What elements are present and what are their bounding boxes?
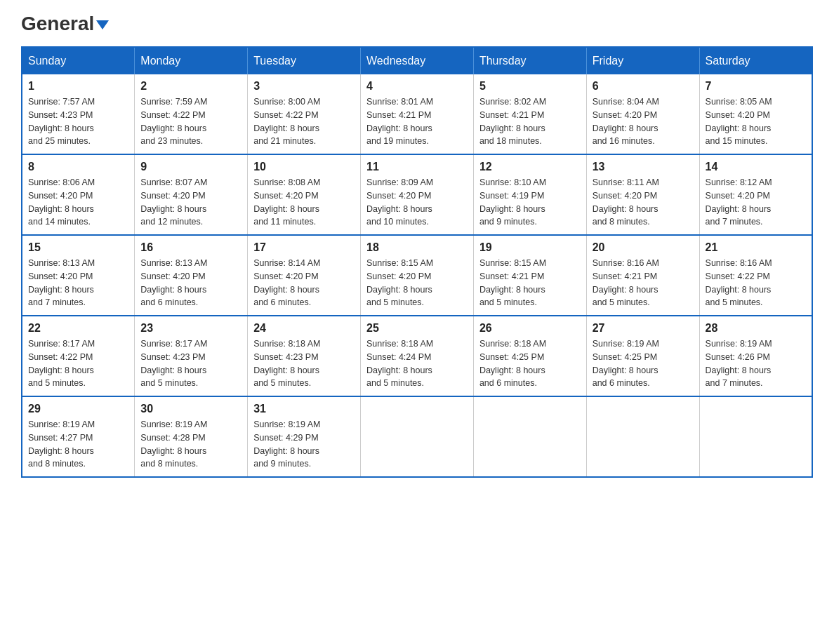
calendar-day-cell: 17 Sunrise: 8:14 AM Sunset: 4:20 PM Dayl… — [248, 235, 361, 316]
calendar-day-cell: 24 Sunrise: 8:18 AM Sunset: 4:23 PM Dayl… — [248, 316, 361, 396]
day-info: Sunrise: 8:15 AM Sunset: 4:20 PM Dayligh… — [366, 257, 468, 309]
calendar-week-row: 8 Sunrise: 8:06 AM Sunset: 4:20 PM Dayli… — [22, 154, 812, 235]
day-info: Sunrise: 8:19 AM Sunset: 4:28 PM Dayligh… — [140, 418, 241, 471]
calendar-day-cell: 26 Sunrise: 8:18 AM Sunset: 4:25 PM Dayl… — [473, 316, 586, 396]
day-number: 27 — [593, 322, 694, 335]
calendar-day-cell: 25 Sunrise: 8:18 AM Sunset: 4:24 PM Dayl… — [361, 316, 474, 396]
day-number: 18 — [366, 241, 468, 254]
day-info: Sunrise: 7:59 AM Sunset: 4:22 PM Dayligh… — [140, 95, 241, 148]
day-info: Sunrise: 8:13 AM Sunset: 4:20 PM Dayligh… — [28, 257, 128, 309]
day-number: 4 — [366, 80, 468, 93]
calendar-day-cell: 13 Sunrise: 8:11 AM Sunset: 4:20 PM Dayl… — [586, 154, 699, 235]
day-number: 25 — [366, 322, 468, 335]
day-info: Sunrise: 8:16 AM Sunset: 4:22 PM Dayligh… — [706, 257, 806, 309]
day-number: 14 — [706, 161, 806, 173]
calendar-week-row: 29 Sunrise: 8:19 AM Sunset: 4:27 PM Dayl… — [22, 396, 812, 477]
day-number: 24 — [253, 322, 355, 335]
header-thursday: Thursday — [473, 47, 586, 74]
day-info: Sunrise: 8:06 AM Sunset: 4:20 PM Dayligh… — [28, 176, 128, 229]
calendar-day-cell: 10 Sunrise: 8:08 AM Sunset: 4:20 PM Dayl… — [248, 154, 361, 235]
day-number: 11 — [366, 161, 468, 173]
day-info: Sunrise: 8:17 AM Sunset: 4:22 PM Dayligh… — [28, 337, 128, 390]
calendar-day-cell: 29 Sunrise: 8:19 AM Sunset: 4:27 PM Dayl… — [22, 396, 135, 477]
day-info: Sunrise: 8:16 AM Sunset: 4:21 PM Dayligh… — [593, 257, 694, 309]
calendar-week-row: 1 Sunrise: 7:57 AM Sunset: 4:23 PM Dayli… — [22, 74, 812, 154]
calendar-day-cell — [586, 396, 699, 477]
day-info: Sunrise: 8:19 AM Sunset: 4:27 PM Dayligh… — [28, 418, 128, 471]
day-info: Sunrise: 8:13 AM Sunset: 4:20 PM Dayligh… — [140, 257, 241, 309]
calendar-day-cell — [699, 396, 812, 477]
day-number: 30 — [140, 403, 241, 415]
day-number: 26 — [479, 322, 581, 335]
calendar-day-cell: 19 Sunrise: 8:15 AM Sunset: 4:21 PM Dayl… — [473, 235, 586, 316]
calendar-day-cell: 12 Sunrise: 8:10 AM Sunset: 4:19 PM Dayl… — [473, 154, 586, 235]
calendar-day-cell: 15 Sunrise: 8:13 AM Sunset: 4:20 PM Dayl… — [22, 235, 135, 316]
logo: General — [21, 14, 109, 32]
logo-text-line1: General — [21, 14, 109, 34]
day-info: Sunrise: 8:15 AM Sunset: 4:21 PM Dayligh… — [479, 257, 581, 309]
day-number: 6 — [593, 80, 694, 93]
calendar-day-cell: 11 Sunrise: 8:09 AM Sunset: 4:20 PM Dayl… — [361, 154, 474, 235]
calendar-day-cell: 1 Sunrise: 7:57 AM Sunset: 4:23 PM Dayli… — [22, 74, 135, 154]
header-saturday: Saturday — [699, 47, 812, 74]
calendar-day-cell: 22 Sunrise: 8:17 AM Sunset: 4:22 PM Dayl… — [22, 316, 135, 396]
calendar-day-cell: 3 Sunrise: 8:00 AM Sunset: 4:22 PM Dayli… — [248, 74, 361, 154]
day-number: 3 — [253, 80, 355, 93]
calendar-day-cell: 5 Sunrise: 8:02 AM Sunset: 4:21 PM Dayli… — [473, 74, 586, 154]
day-number: 5 — [479, 80, 581, 93]
day-number: 17 — [253, 241, 355, 254]
day-number: 15 — [28, 241, 128, 254]
calendar-day-cell — [361, 396, 474, 477]
day-number: 12 — [479, 161, 581, 173]
day-info: Sunrise: 8:19 AM Sunset: 4:29 PM Dayligh… — [253, 418, 355, 471]
calendar-day-cell: 16 Sunrise: 8:13 AM Sunset: 4:20 PM Dayl… — [135, 235, 248, 316]
calendar-day-cell — [473, 396, 586, 477]
day-number: 29 — [28, 403, 128, 415]
header-wednesday: Wednesday — [361, 47, 474, 74]
calendar-day-cell: 23 Sunrise: 8:17 AM Sunset: 4:23 PM Dayl… — [135, 316, 248, 396]
day-info: Sunrise: 8:18 AM Sunset: 4:23 PM Dayligh… — [253, 337, 355, 390]
day-info: Sunrise: 8:12 AM Sunset: 4:20 PM Dayligh… — [706, 176, 806, 229]
day-info: Sunrise: 8:19 AM Sunset: 4:25 PM Dayligh… — [593, 337, 694, 390]
day-info: Sunrise: 8:14 AM Sunset: 4:20 PM Dayligh… — [253, 257, 355, 309]
day-number: 22 — [28, 322, 128, 335]
day-info: Sunrise: 8:00 AM Sunset: 4:22 PM Dayligh… — [253, 95, 355, 148]
calendar-day-cell: 18 Sunrise: 8:15 AM Sunset: 4:20 PM Dayl… — [361, 235, 474, 316]
day-info: Sunrise: 8:18 AM Sunset: 4:24 PM Dayligh… — [366, 337, 468, 390]
day-number: 7 — [706, 80, 806, 93]
day-number: 2 — [140, 80, 241, 93]
calendar-day-cell: 7 Sunrise: 8:05 AM Sunset: 4:20 PM Dayli… — [699, 74, 812, 154]
day-number: 13 — [593, 161, 694, 173]
day-number: 31 — [253, 403, 355, 415]
calendar-header-row: SundayMondayTuesdayWednesdayThursdayFrid… — [22, 47, 812, 74]
calendar-day-cell: 31 Sunrise: 8:19 AM Sunset: 4:29 PM Dayl… — [248, 396, 361, 477]
day-info: Sunrise: 8:04 AM Sunset: 4:20 PM Dayligh… — [593, 95, 694, 148]
day-number: 21 — [706, 241, 806, 254]
day-info: Sunrise: 8:18 AM Sunset: 4:25 PM Dayligh… — [479, 337, 581, 390]
day-info: Sunrise: 8:19 AM Sunset: 4:26 PM Dayligh… — [706, 337, 806, 390]
day-number: 28 — [706, 322, 806, 335]
calendar-day-cell: 27 Sunrise: 8:19 AM Sunset: 4:25 PM Dayl… — [586, 316, 699, 396]
day-number: 16 — [140, 241, 241, 254]
calendar-week-row: 15 Sunrise: 8:13 AM Sunset: 4:20 PM Dayl… — [22, 235, 812, 316]
calendar-day-cell: 28 Sunrise: 8:19 AM Sunset: 4:26 PM Dayl… — [699, 316, 812, 396]
calendar-day-cell: 8 Sunrise: 8:06 AM Sunset: 4:20 PM Dayli… — [22, 154, 135, 235]
day-info: Sunrise: 8:17 AM Sunset: 4:23 PM Dayligh… — [140, 337, 241, 390]
calendar-day-cell: 6 Sunrise: 8:04 AM Sunset: 4:20 PM Dayli… — [586, 74, 699, 154]
calendar-day-cell: 20 Sunrise: 8:16 AM Sunset: 4:21 PM Dayl… — [586, 235, 699, 316]
day-number: 23 — [140, 322, 241, 335]
page-header: General — [21, 14, 813, 32]
calendar-day-cell: 21 Sunrise: 8:16 AM Sunset: 4:22 PM Dayl… — [699, 235, 812, 316]
calendar-day-cell: 9 Sunrise: 8:07 AM Sunset: 4:20 PM Dayli… — [135, 154, 248, 235]
calendar-day-cell: 2 Sunrise: 7:59 AM Sunset: 4:22 PM Dayli… — [135, 74, 248, 154]
calendar-table: SundayMondayTuesdayWednesdayThursdayFrid… — [21, 46, 813, 478]
day-info: Sunrise: 8:11 AM Sunset: 4:20 PM Dayligh… — [593, 176, 694, 229]
day-info: Sunrise: 8:02 AM Sunset: 4:21 PM Dayligh… — [479, 95, 581, 148]
day-info: Sunrise: 7:57 AM Sunset: 4:23 PM Dayligh… — [28, 95, 128, 148]
day-number: 1 — [28, 80, 128, 93]
calendar-day-cell: 4 Sunrise: 8:01 AM Sunset: 4:21 PM Dayli… — [361, 74, 474, 154]
day-info: Sunrise: 8:10 AM Sunset: 4:19 PM Dayligh… — [479, 176, 581, 229]
day-number: 10 — [253, 161, 355, 173]
calendar-week-row: 22 Sunrise: 8:17 AM Sunset: 4:22 PM Dayl… — [22, 316, 812, 396]
day-info: Sunrise: 8:08 AM Sunset: 4:20 PM Dayligh… — [253, 176, 355, 229]
